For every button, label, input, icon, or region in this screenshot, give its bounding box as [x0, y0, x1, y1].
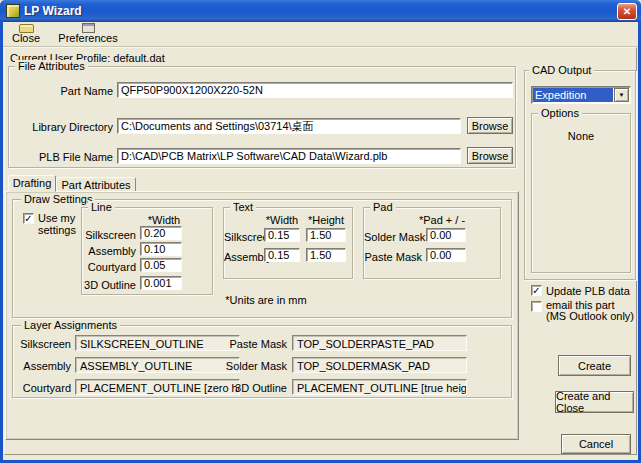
line-assembly-width-input[interactable]: [140, 242, 182, 256]
text-group-title: Text: [230, 201, 256, 213]
layer-courtyard-label: Courtyard: [13, 382, 71, 394]
line-group-title: Line: [88, 201, 115, 213]
library-directory-label: Library Directory: [9, 121, 113, 133]
layer-assignments-title: Layer Assignments: [21, 319, 120, 331]
line-3d-outline-width-input[interactable]: [140, 276, 182, 290]
pad-solder-mask-label: Solder Mask: [364, 231, 422, 243]
pad-paste-mask-label: Paste Mask: [364, 251, 422, 263]
create-and-close-button[interactable]: Create and Close: [555, 391, 634, 413]
text-width-header: *Width: [262, 214, 302, 226]
app-icon: [6, 4, 20, 18]
text-assembly-height-input[interactable]: [306, 248, 346, 262]
toolbar-close-label: Close: [12, 33, 40, 44]
units-note: *Units are in mm: [161, 294, 371, 306]
line-width-header: *Width: [140, 214, 188, 226]
text-height-header: *Height: [304, 214, 348, 226]
plb-browse-button[interactable]: Browse: [467, 147, 513, 164]
layer-3d-outline-label: 3D Outline: [217, 382, 287, 394]
cad-output-dropdown[interactable]: Expedition ▼: [531, 86, 631, 104]
layer-paste-mask-field: TOP_SOLDERPASTE_PAD: [292, 335, 467, 351]
text-assembly-label: Assembly: [224, 251, 262, 263]
text-assembly-width-input[interactable]: [264, 248, 300, 262]
email-this-part-label-line2: (MS Outlook only): [546, 310, 634, 322]
create-button[interactable]: Create: [558, 355, 631, 376]
line-assembly-label: Assembly: [82, 245, 136, 257]
toolbar-close-button[interactable]: Close: [4, 22, 48, 45]
layer-silkscreen-label: Silkscreen: [13, 338, 71, 350]
cad-output-group: CAD Output Expedition ▼ Options None: [524, 70, 636, 280]
layer-silkscreen-field: SILKSCREEN_OUTLINE: [75, 335, 240, 351]
line-courtyard-width-input[interactable]: [140, 258, 182, 272]
tab-drafting[interactable]: Drafting: [8, 175, 56, 192]
layer-assembly-field: ASSEMBLY_OUTLINE: [75, 357, 240, 373]
file-attributes-group: File Attributes Part Name Library Direct…: [8, 66, 516, 168]
library-browse-button[interactable]: Browse: [467, 117, 513, 134]
update-plb-data-label: Update PLB data: [546, 285, 630, 297]
pad-solder-mask-input[interactable]: [426, 228, 466, 242]
plb-file-name-label: PLB File Name: [9, 151, 113, 163]
layer-solder-mask-field: TOP_SOLDERMASK_PAD: [292, 357, 467, 373]
pad-group: Pad *Pad + / - Solder Mask Paste Mask: [363, 207, 501, 279]
line-3d-outline-label: 3D Outline: [82, 279, 136, 291]
layer-assignments-group: Layer Assignments Silkscreen SILKSCREEN_…: [12, 325, 512, 398]
line-group: Line *Width Silkscreen Assembly Courtyar…: [81, 207, 213, 295]
file-attributes-title: File Attributes: [15, 60, 88, 72]
toolbar-preferences-button[interactable]: Preferences: [52, 22, 124, 45]
line-silkscreen-label: Silkscreen: [82, 229, 136, 241]
update-plb-data-checkbox[interactable]: ✓: [531, 285, 542, 296]
pad-paste-mask-input[interactable]: [426, 248, 466, 262]
cancel-button[interactable]: Cancel: [561, 434, 631, 454]
cad-output-title: CAD Output: [529, 64, 594, 76]
layer-solder-mask-label: Solder Mask: [217, 360, 287, 372]
options-title: Options: [538, 107, 582, 119]
library-directory-input[interactable]: [117, 118, 461, 134]
layer-3d-outline-field: PLACEMENT_OUTLINE [true height]: [292, 379, 467, 395]
window-title: LP Wizard: [24, 4, 82, 18]
titlebar: LP Wizard ✕: [0, 0, 641, 22]
text-silkscreen-height-input[interactable]: [306, 228, 346, 242]
part-name-input[interactable]: [117, 82, 513, 98]
window-close-button[interactable]: ✕: [617, 3, 637, 20]
plb-file-name-input[interactable]: [117, 148, 461, 164]
cad-output-selected-value: Expedition: [533, 88, 613, 102]
use-my-settings-checkbox[interactable]: ✓: [23, 213, 34, 224]
pad-group-title: Pad: [370, 201, 396, 213]
line-silkscreen-width-input[interactable]: [140, 226, 182, 240]
options-none-value: None: [532, 130, 630, 142]
tab-part-attributes[interactable]: Part Attributes: [56, 177, 136, 192]
text-silkscreen-label: Silkscreen: [224, 231, 262, 243]
toolbar: Close Preferences: [2, 22, 639, 46]
text-group: Text *Width *Height Silkscreen Assembly: [223, 207, 353, 279]
part-name-label: Part Name: [9, 85, 113, 97]
lp-wizard-window: LP Wizard ✕ Close Preferences Current Us…: [0, 0, 641, 463]
chevron-down-icon[interactable]: ▼: [614, 88, 629, 102]
toolbar-divider: [3, 46, 638, 48]
toolbar-preferences-label: Preferences: [58, 33, 117, 44]
layer-paste-mask-label: Paste Mask: [217, 338, 287, 350]
draw-settings-group: Draw Settings ✓ Use my settings Line *Wi…: [12, 199, 512, 318]
text-silkscreen-width-input[interactable]: [264, 228, 300, 242]
layer-courtyard-field: PLACEMENT_OUTLINE [zero height]: [75, 379, 240, 395]
line-courtyard-label: Courtyard: [82, 261, 136, 273]
draw-settings-title: Draw Settings: [21, 193, 95, 205]
email-this-part-checkbox[interactable]: [531, 301, 542, 312]
layer-assembly-label: Assembly: [13, 360, 71, 372]
options-group: Options None: [531, 113, 631, 273]
pad-plusminus-header: *Pad + / -: [414, 214, 470, 226]
